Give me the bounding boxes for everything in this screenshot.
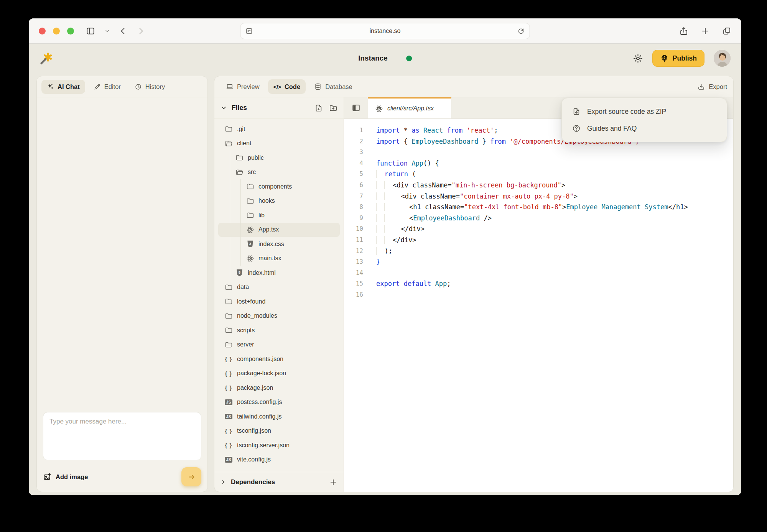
image-plus-icon [43,473,52,481]
file-tree-item[interactable]: { }tsconfig.server.json [218,438,340,453]
menu-item-export-source-code-as-zip[interactable]: Export source code as ZIP [562,103,727,120]
tab-label: AI Chat [58,83,80,90]
add-image-button[interactable]: Add image [43,473,88,481]
line-number: 12 [344,246,363,257]
json-braces-icon: { } [224,442,233,448]
file-tree-item[interactable]: scripts [218,323,340,338]
code-line: 5 return ( [344,169,733,180]
file-tree-item[interactable]: { }package-lock.json [218,366,340,381]
tab-database[interactable]: Database [309,79,358,94]
js-file-icon: JS [224,399,233,405]
file-tree-item[interactable]: JSpostcss.config.js [218,395,340,410]
file-tree-item[interactable]: data [218,280,340,295]
new-tab-icon[interactable] [701,26,710,36]
folder-icon [235,154,244,162]
browser-sidebar-toggle-icon[interactable] [86,26,95,36]
indent-guide [240,223,241,237]
file-tree-item[interactable]: server [218,338,340,352]
tab-preview[interactable]: Preview [221,79,265,94]
code-line: 6 <div className="min-h-screen bg-backgr… [344,180,733,191]
send-button[interactable] [181,467,201,486]
file-tree-item[interactable]: .git [218,122,340,136]
url-text[interactable]: instance.so [253,28,517,34]
files-header[interactable]: Files [214,97,344,119]
file-tree-item[interactable]: hooks [218,194,340,209]
reader-view-icon[interactable] [245,27,253,35]
back-button[interactable] [119,27,127,35]
minimize-window-button[interactable] [53,28,60,34]
tab-history[interactable]: History [129,80,170,94]
export-dropdown-menu: Export source code as ZIPGuides and FAQ [561,98,727,142]
avatar[interactable] [714,50,731,67]
tab-ai-chat[interactable]: AI Chat [41,80,85,94]
screen: instance.so [0,0,767,532]
status-indicator [406,56,412,61]
file-tree-item[interactable]: client [218,136,340,151]
file-name: hooks [258,197,275,204]
tab-code[interactable]: </>Code [268,79,306,94]
tab-editor[interactable]: Editor [88,80,126,94]
close-window-button[interactable] [39,28,46,34]
new-file-icon[interactable] [314,104,323,112]
chevron-down-icon[interactable] [105,28,110,33]
file-tree-item[interactable]: { }components.json [218,352,340,366]
file-name: .git [237,126,245,133]
folder-icon [246,211,254,219]
chat-input[interactable] [43,412,201,460]
settings-gear-icon[interactable] [633,53,643,64]
code-line: 8 <h1 className="text-4xl font-bold mb-8… [344,202,733,213]
new-folder-icon[interactable] [329,104,337,112]
file-tree-item[interactable]: { }tsconfig.json [218,424,340,438]
indent-guide [240,251,241,266]
editor-tab-app-tsx[interactable]: client/src/App.tsx [368,97,451,118]
file-tree-item[interactable]: public [218,151,340,165]
publish-button[interactable]: Publish [652,50,704,67]
download-icon [697,83,705,91]
file-tree-item[interactable]: JStailwind.config.js [218,409,340,424]
address-bar[interactable]: instance.so [240,23,530,39]
export-button[interactable]: Export [697,83,727,91]
browser-window: instance.so [29,18,741,495]
database-icon [314,83,322,90]
share-icon[interactable] [679,26,688,36]
line-number: 15 [344,278,363,289]
indent-guide [230,251,230,266]
chat-panel: AI ChatEditorHistory Add image [36,76,208,492]
menu-item-guides-and-faq[interactable]: Guides and FAQ [562,120,727,137]
file-tree-item[interactable]: lost+found [218,294,340,309]
file-tree-item[interactable]: main.tsx [218,251,340,266]
forward-button[interactable] [137,27,145,35]
file-tree-item[interactable]: 5index.html [218,266,340,280]
file-tree-item[interactable]: node_modules [218,309,340,323]
editor-sidebar-toggle-icon[interactable] [344,97,368,118]
file-tree-item[interactable]: JSvite.config.js [218,453,340,467]
json-braces-icon: { } [224,428,233,434]
code-line: 3 [344,147,733,158]
help-icon [572,124,581,133]
dependencies-section[interactable]: Dependencies [214,472,344,492]
folder-icon [224,341,233,349]
code-line: 13} [344,256,733,268]
file-tree-item[interactable]: src [218,165,340,180]
app-logo-icon[interactable] [40,51,53,65]
file-tree-item[interactable]: lib [218,208,340,223]
file-tree-item[interactable]: components [218,179,340,194]
add-dependency-icon[interactable] [329,478,337,486]
zoom-window-button[interactable] [67,28,74,34]
reload-icon[interactable] [517,27,525,35]
indent-guide [230,208,230,223]
tab-overview-icon[interactable] [722,26,731,36]
file-tree-item[interactable]: 3index.css [218,237,340,251]
code-line: 9 <EmployeeDashboard /> [344,213,733,224]
file-tree-item[interactable]: App.tsx [218,223,340,237]
code-view[interactable]: 1import * as React from 'react';2import … [344,119,733,492]
file-name: server [237,341,254,348]
file-tree-item[interactable]: { }package.json [218,381,340,395]
tab-label: Code [285,83,300,90]
file-name: public [248,154,264,161]
svg-text:5: 5 [238,271,240,275]
folder-icon [224,297,233,305]
code-line: 4function App() { [344,158,733,169]
file-name: index.html [248,269,276,276]
folder-icon [224,283,233,291]
